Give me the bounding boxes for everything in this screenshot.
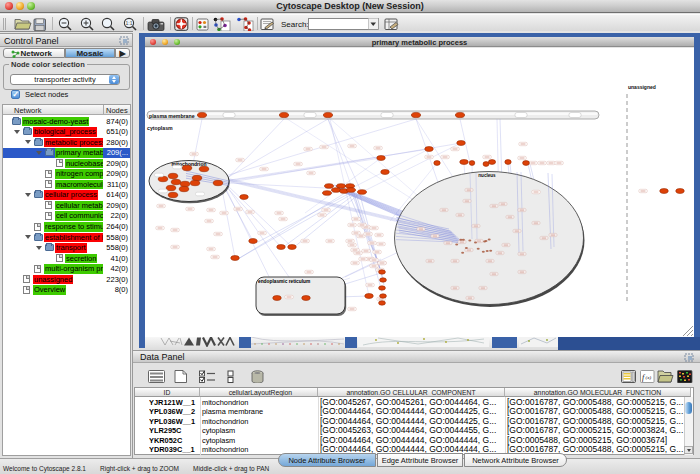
svg-text:plasma membrane: plasma membrane bbox=[149, 113, 195, 119]
svg-text:cytoplasm: cytoplasm bbox=[147, 125, 173, 131]
svg-text:(x): (x) bbox=[646, 375, 652, 380]
svg-text:endoplasmic reticulum: endoplasmic reticulum bbox=[258, 279, 310, 284]
svg-text:1:1: 1:1 bbox=[126, 20, 133, 26]
svg-text:nucleus: nucleus bbox=[478, 173, 496, 178]
svg-text:unassigned: unassigned bbox=[628, 84, 656, 90]
